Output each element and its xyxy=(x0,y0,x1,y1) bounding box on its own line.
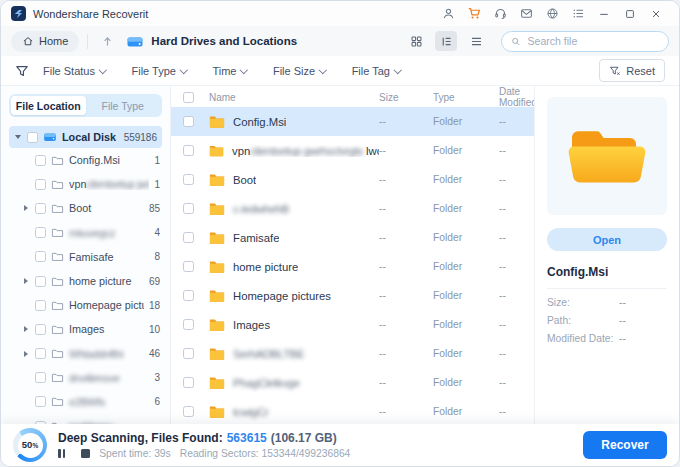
col-name[interactable]: Name xyxy=(209,92,379,103)
table-row[interactable]: Config.Msi --Folder-- xyxy=(171,107,534,136)
tree-item[interactable]: Whtaddnfthi46 xyxy=(9,342,162,366)
close-button[interactable] xyxy=(643,3,669,25)
home-button[interactable]: Home xyxy=(11,31,79,52)
support-headset-icon[interactable] xyxy=(487,3,513,25)
checkbox[interactable] xyxy=(183,232,194,243)
checkbox[interactable] xyxy=(35,300,46,311)
checkbox[interactable] xyxy=(35,372,46,383)
maximize-button[interactable] xyxy=(617,3,643,25)
tree-item[interactable]: e2BWfs6 xyxy=(9,390,162,414)
checkbox[interactable] xyxy=(35,324,46,335)
tree-item[interactable]: dnvtilensve3 xyxy=(9,366,162,390)
caret-right-icon[interactable] xyxy=(24,278,28,284)
caret-right-icon[interactable] xyxy=(24,205,28,211)
checkbox[interactable] xyxy=(35,251,46,262)
table-row[interactable]: Famisafe --Folder-- xyxy=(171,223,534,252)
filter-file-tag[interactable]: File Tag xyxy=(352,65,401,77)
table-header: Name Size Type Date Modified xyxy=(171,86,534,107)
search-box[interactable] xyxy=(501,31,669,52)
checkbox[interactable] xyxy=(27,132,38,143)
scan-label: Deep Scanning, Files Found: xyxy=(58,431,223,445)
cart-icon[interactable] xyxy=(461,3,487,25)
checkbox[interactable] xyxy=(183,348,194,359)
list-view-icon[interactable] xyxy=(465,31,487,51)
tree-item[interactable]: mkuvegcz4 xyxy=(9,221,162,245)
checkbox[interactable] xyxy=(183,145,194,156)
menu-list-icon[interactable] xyxy=(565,3,591,25)
folder-icon xyxy=(51,179,64,190)
tab-file-location[interactable]: File Location xyxy=(11,96,86,115)
table-row[interactable]: PhagCletkvge --Folder-- xyxy=(171,368,534,397)
checkbox[interactable] xyxy=(35,227,46,238)
col-date-modified[interactable]: Date Modified xyxy=(499,86,534,108)
checkbox[interactable] xyxy=(183,406,194,417)
tab-file-type[interactable]: File Type xyxy=(86,96,161,115)
tree-item[interactable]: Boot85 xyxy=(9,196,162,220)
filter-file-type[interactable]: File Type xyxy=(131,65,186,77)
checkbox[interactable] xyxy=(35,203,46,214)
minimize-button[interactable] xyxy=(591,3,617,25)
up-level-button[interactable] xyxy=(96,31,118,52)
account-icon[interactable] xyxy=(435,3,461,25)
filter-file-status[interactable]: File Status xyxy=(43,65,105,77)
reset-filters-button[interactable]: Reset xyxy=(599,59,665,82)
checkbox[interactable] xyxy=(183,290,194,301)
table-row[interactable]: Images --Folder-- xyxy=(171,310,534,339)
checkbox[interactable] xyxy=(183,203,194,214)
table-row[interactable]: vpnclientsetup gwrhsclvrgts lwos --Folde… xyxy=(171,136,534,165)
checkbox[interactable] xyxy=(35,348,46,359)
redacted-text: c-ledwhehB xyxy=(233,203,289,215)
checkbox[interactable] xyxy=(35,179,46,190)
checkbox[interactable] xyxy=(183,319,194,330)
caret-right-icon[interactable] xyxy=(24,326,28,332)
table-row[interactable]: home picture --Folder-- xyxy=(171,252,534,281)
location-tree: Local Disk (C:) 559186 Config.Msi1 vpncl… xyxy=(9,126,162,424)
caret-right-icon[interactable] xyxy=(24,351,28,357)
app-title: Wondershare Recoverit xyxy=(33,8,148,20)
open-folder-icon xyxy=(564,121,650,191)
checkbox[interactable] xyxy=(183,261,194,272)
folder-icon xyxy=(209,376,225,389)
table-row[interactable]: Homepage pictures --Folder-- xyxy=(171,281,534,310)
tree-item[interactable]: Images10 xyxy=(9,317,162,341)
tree-root-local-disk[interactable]: Local Disk (C:) 559186 xyxy=(9,126,162,148)
pause-button[interactable] xyxy=(58,449,65,458)
filter-funnel-icon xyxy=(15,64,29,78)
search-input[interactable] xyxy=(526,34,659,48)
open-button[interactable]: Open xyxy=(547,228,667,251)
caret-down-icon[interactable] xyxy=(15,135,21,139)
tree-item[interactable]: home picture69 xyxy=(9,269,162,293)
filter-time[interactable]: Time xyxy=(212,65,247,77)
folder-icon xyxy=(209,202,225,215)
checkbox[interactable] xyxy=(35,155,46,166)
folder-icon xyxy=(51,324,64,335)
checkbox[interactable] xyxy=(183,377,194,388)
folder-icon xyxy=(209,405,225,418)
language-globe-icon[interactable] xyxy=(539,3,565,25)
grid-view-icon[interactable] xyxy=(405,31,427,51)
checkbox[interactable] xyxy=(35,396,46,407)
filter-file-size[interactable]: File Size xyxy=(273,65,326,77)
select-all-checkbox[interactable] xyxy=(183,92,194,103)
detail-view-icon[interactable] xyxy=(435,31,457,51)
tree-item[interactable]: noddeesv xyxy=(9,414,162,424)
table-row[interactable]: c-ledwhehB --Folder-- xyxy=(171,194,534,223)
stop-button[interactable] xyxy=(81,449,90,458)
tree-item[interactable]: Famisafe8 xyxy=(9,245,162,269)
tree-item[interactable]: Config.Msi1 xyxy=(9,148,162,172)
col-type[interactable]: Type xyxy=(433,92,499,103)
tree-item[interactable]: Homepage pictures18 xyxy=(9,293,162,317)
checkbox[interactable] xyxy=(35,276,46,287)
table-row[interactable]: tcwigCr --Folder-- xyxy=(171,397,534,424)
checkbox[interactable] xyxy=(183,116,194,127)
tree-item[interactable]: vpnclientsetup jwl1 xyxy=(9,172,162,196)
folder-icon xyxy=(209,347,225,360)
col-size[interactable]: Size xyxy=(379,92,433,103)
recover-button[interactable]: Recover xyxy=(583,431,667,459)
feedback-mail-icon[interactable] xyxy=(513,3,539,25)
table-row[interactable]: SerhADBLTBE --Folder-- xyxy=(171,339,534,368)
checkbox[interactable] xyxy=(183,174,194,185)
tree-root-label: Local Disk (C:) xyxy=(62,131,119,143)
table-row[interactable]: Boot --Folder-- xyxy=(171,165,534,194)
redacted-text: dnvtilensve xyxy=(69,372,149,384)
